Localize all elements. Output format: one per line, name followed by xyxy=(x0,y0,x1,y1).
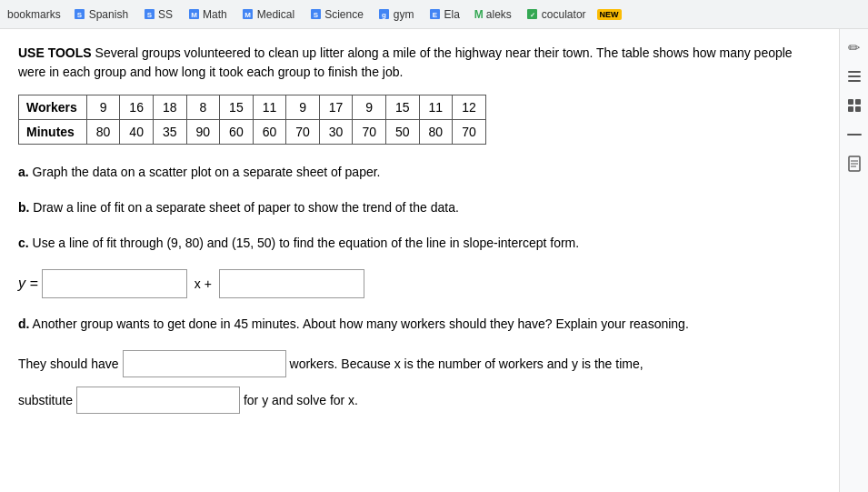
question-c-label: c. xyxy=(18,236,29,250)
workers-answer-input[interactable] xyxy=(123,350,286,377)
svg-text:g: g xyxy=(382,11,386,19)
table-cell: 50 xyxy=(385,120,419,145)
question-c: c. Use a line of fit through (9, 80) and… xyxy=(18,234,821,253)
bookmarks-bar: bookmarks S Spanish S SS M Math M Medica… xyxy=(0,0,868,29)
bookmark-icon-medical: M xyxy=(242,8,254,21)
bookmark-ela[interactable]: E Ela xyxy=(424,6,465,23)
table-cell: 17 xyxy=(319,95,353,120)
bookmark-icon-math: M xyxy=(187,8,200,21)
for-y-text: for y and solve for x. xyxy=(244,389,358,412)
sidebar-minus-icon[interactable] xyxy=(843,124,865,146)
bookmark-label-science: Science xyxy=(324,8,364,21)
bookmark-icon-ela: E xyxy=(429,8,442,21)
equation-row: y = x + xyxy=(18,269,821,298)
bookmark-label-math: Math xyxy=(203,8,227,21)
sidebar-doc-icon[interactable] xyxy=(843,153,865,175)
aleks-check-icon: M xyxy=(474,8,484,21)
bookmark-coculator[interactable]: ✓ coculator xyxy=(521,6,592,23)
table-header-minutes: Minutes xyxy=(19,120,87,145)
table-cell: 12 xyxy=(453,95,486,120)
table-header-workers: Workers xyxy=(19,95,87,120)
bookmark-label-aleks: aleks xyxy=(486,8,512,21)
question-a: a. Graph the data on a scatter plot on a… xyxy=(18,163,821,182)
sidebar-pencil-icon[interactable]: ✏ xyxy=(843,36,865,58)
table-cell: 60 xyxy=(220,120,254,145)
sidebar-grid-icon[interactable] xyxy=(843,95,865,116)
equation-y-label: y = xyxy=(18,276,38,292)
table-cell: 15 xyxy=(220,95,254,120)
table-cell: 70 xyxy=(453,120,486,145)
table-cell: 90 xyxy=(186,120,220,145)
table-cell: 9 xyxy=(353,95,386,120)
coculator-icon: ✓ xyxy=(526,8,539,21)
table-cell: 80 xyxy=(86,120,120,145)
table-row-minutes: Minutes 80 40 35 90 60 60 70 30 70 50 80… xyxy=(19,120,486,145)
sidebar-list-icon[interactable] xyxy=(843,65,865,87)
bookmark-label-spanish: Spanish xyxy=(89,8,128,21)
svg-rect-16 xyxy=(848,71,861,73)
bookmark-aleks[interactable]: M aleks xyxy=(469,6,517,23)
table-cell: 11 xyxy=(253,95,286,120)
question-a-label: a. xyxy=(18,165,29,179)
bookmark-label-gym: gym xyxy=(394,8,414,21)
substitute-text: substitute xyxy=(18,389,73,412)
question-d: d. Another group wants to get done in 45… xyxy=(18,315,821,334)
table-cell: 15 xyxy=(385,95,419,120)
bookmark-icon-science: S xyxy=(309,8,322,21)
table-cell: 9 xyxy=(286,95,320,120)
main-content: USE TOOLS Several groups volunteered to … xyxy=(0,29,839,437)
question-c-text: Use a line of fit through (9, 80) and (1… xyxy=(29,236,579,250)
bookmark-label-ss: SS xyxy=(158,8,173,21)
equation-intercept-input[interactable] xyxy=(219,269,364,298)
table-row-workers: Workers 9 16 18 8 15 11 9 17 9 15 11 12 xyxy=(19,95,486,120)
table-cell: 70 xyxy=(353,120,386,145)
bookmark-science[interactable]: S Science xyxy=(304,6,369,23)
svg-text:S: S xyxy=(313,11,318,19)
bookmark-medical[interactable]: M Medical xyxy=(236,6,300,23)
bookmark-icon-gym: g xyxy=(378,8,391,21)
svg-text:M: M xyxy=(244,11,251,19)
table-cell: 16 xyxy=(120,95,154,120)
question-d-text: Another group wants to get done in 45 mi… xyxy=(29,316,688,331)
table-cell: 60 xyxy=(253,120,286,145)
svg-rect-21 xyxy=(848,106,853,112)
substitute-answer-input[interactable] xyxy=(76,387,240,414)
bookmark-label-coculator: coculator xyxy=(542,8,586,21)
new-badge: NEW xyxy=(597,9,622,20)
equation-slope-input[interactable] xyxy=(42,269,187,298)
table-cell: 30 xyxy=(319,120,353,145)
bookmark-ss[interactable]: S SS xyxy=(137,6,178,23)
bookmark-math[interactable]: M Math xyxy=(182,6,233,23)
table-cell: 8 xyxy=(186,95,220,120)
answer-row-substitute: substitute for y and solve for x. xyxy=(18,387,821,414)
svg-rect-20 xyxy=(855,99,861,105)
problem-description-text: Several groups volunteered to clean up l… xyxy=(18,45,793,79)
problem-description: USE TOOLS Several groups volunteered to … xyxy=(18,44,821,82)
bookmark-gym[interactable]: g gym xyxy=(373,6,420,23)
data-table: Workers 9 16 18 8 15 11 9 17 9 15 11 12 … xyxy=(18,95,486,145)
question-b-text: Draw a line of fit on a separate sheet o… xyxy=(29,200,458,215)
svg-text:✓: ✓ xyxy=(530,12,535,18)
they-should-have-text: They should have xyxy=(18,353,119,376)
table-cell: 80 xyxy=(419,120,453,145)
question-b: b. Draw a line of fit on a separate shee… xyxy=(18,198,821,217)
svg-text:M: M xyxy=(191,11,197,19)
question-b-label: b. xyxy=(18,200,29,215)
answer-row-workers: They should have workers. Because x is t… xyxy=(18,350,821,377)
bookmark-icon-ss: S xyxy=(143,8,155,21)
table-cell: 40 xyxy=(120,120,154,145)
bookmarks-label: bookmarks xyxy=(7,8,61,21)
bookmark-label-medical: Medical xyxy=(257,8,294,21)
svg-text:S: S xyxy=(77,11,83,19)
svg-rect-18 xyxy=(848,80,861,82)
bookmark-label-ela: Ela xyxy=(444,8,460,21)
bookmark-icon-spanish: S xyxy=(74,8,86,21)
use-tools-label: USE TOOLS xyxy=(18,45,92,60)
bookmark-spanish[interactable]: S Spanish xyxy=(68,6,134,23)
svg-rect-23 xyxy=(847,134,862,136)
svg-rect-17 xyxy=(848,75,861,77)
table-cell: 11 xyxy=(419,95,453,120)
svg-text:E: E xyxy=(433,11,438,19)
table-cell: 70 xyxy=(286,120,320,145)
question-d-label: d. xyxy=(18,316,29,331)
